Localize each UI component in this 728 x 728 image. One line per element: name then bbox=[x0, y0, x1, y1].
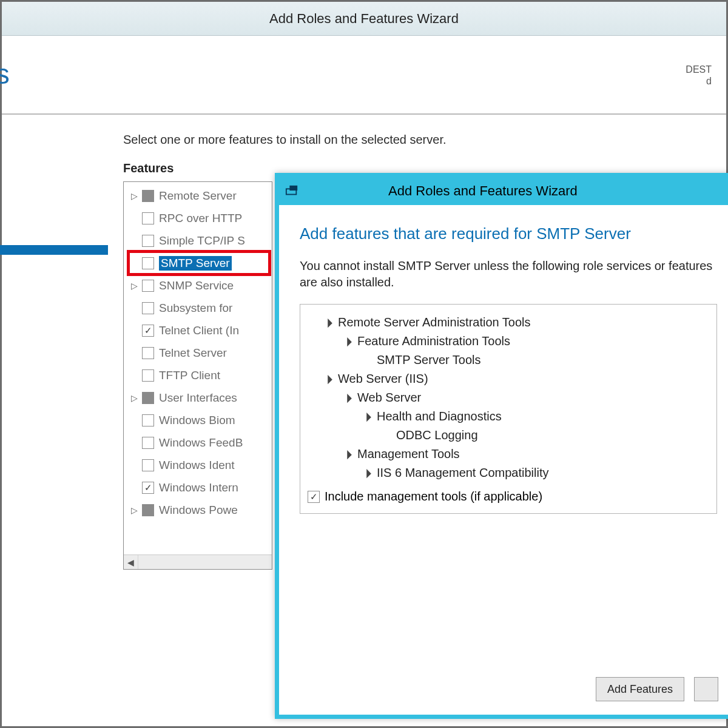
window-titlebar: Add Roles and Features Wizard bbox=[2, 2, 726, 36]
tree-expander-icon[interactable]: ▷ bbox=[129, 191, 140, 201]
feature-checkbox[interactable] bbox=[142, 347, 154, 359]
feature-checkbox[interactable] bbox=[142, 302, 154, 314]
tree-expander-icon[interactable]: ▷ bbox=[129, 505, 140, 515]
features-tree: ▷Remote ServerRPC over HTTPSimple TCP/IP… bbox=[123, 181, 272, 570]
feature-label: Windows Ident bbox=[159, 459, 235, 472]
nav-features-current[interactable] bbox=[0, 245, 108, 255]
header-separator bbox=[2, 113, 726, 115]
feature-row-smtp-server[interactable]: SMTP Server bbox=[129, 252, 269, 274]
feature-label: SMTP Server bbox=[159, 256, 232, 271]
feature-label: Telnet Server bbox=[159, 346, 227, 360]
feature-row-user-interfaces[interactable]: ▷User Interfaces bbox=[129, 386, 269, 409]
required-feature-row: ◢IIS 6 Management Compatibility bbox=[308, 463, 709, 482]
horizontal-scrollbar[interactable]: ◀ bbox=[124, 554, 272, 569]
required-feature-row: ◢Health and Diagnostics bbox=[308, 407, 709, 426]
feature-checkbox[interactable] bbox=[142, 504, 154, 516]
required-feature-row: ◢Feature Administration Tools bbox=[308, 332, 709, 351]
scroll-left-button[interactable]: ◀ bbox=[124, 555, 138, 569]
feature-checkbox[interactable] bbox=[142, 437, 154, 449]
tree-expanded-icon: ◢ bbox=[358, 409, 373, 424]
tree-expanded-icon: ◢ bbox=[339, 447, 354, 462]
required-feature-label: SMTP Server Tools bbox=[377, 353, 481, 367]
feature-checkbox[interactable] bbox=[142, 414, 154, 426]
required-feature-row: SMTP Server Tools bbox=[308, 351, 709, 369]
required-feature-label: Management Tools bbox=[357, 447, 460, 461]
destination-line-2: d bbox=[706, 76, 712, 86]
feature-row-telnet-server[interactable]: Telnet Server bbox=[129, 342, 269, 364]
add-features-button[interactable]: Add Features bbox=[596, 677, 684, 701]
feature-label: Remote Server bbox=[159, 189, 237, 203]
feature-row-windows-feedb[interactable]: Windows FeedB bbox=[129, 431, 269, 454]
feature-checkbox[interactable] bbox=[142, 235, 154, 247]
tree-expanded-icon: ◢ bbox=[319, 315, 334, 330]
nav-server-roles[interactable] bbox=[0, 216, 108, 226]
feature-row-windows-ident[interactable]: Windows Ident bbox=[129, 454, 269, 476]
tree-expanded-icon: ◢ bbox=[319, 371, 334, 386]
dialog-titlebar: Add Roles and Features Wizard bbox=[279, 177, 728, 205]
feature-checkbox[interactable] bbox=[142, 482, 154, 494]
dialog-description: You cannot install SMTP Server unless th… bbox=[300, 258, 717, 291]
required-features-dialog: Add Roles and Features Wizard Add featur… bbox=[275, 173, 728, 719]
page-heading: atures bbox=[0, 58, 10, 90]
feature-row-tftp-client[interactable]: TFTP Client bbox=[129, 364, 269, 386]
cancel-button[interactable] bbox=[694, 677, 718, 701]
window-content: atures DEST d egin ype tion Select one o… bbox=[2, 36, 726, 726]
required-feature-row: ODBC Logging bbox=[308, 426, 709, 445]
nav-confirmation[interactable] bbox=[0, 258, 108, 268]
feature-label: Windows Powe bbox=[159, 504, 238, 517]
feature-row-simple-tcp-ip-s[interactable]: Simple TCP/IP S bbox=[129, 229, 269, 252]
tree-expanded-icon: ◢ bbox=[339, 390, 354, 405]
feature-row-remote-server[interactable]: ▷Remote Server bbox=[129, 184, 269, 207]
server-manager-icon bbox=[285, 184, 298, 198]
svg-rect-1 bbox=[289, 186, 297, 190]
feature-checkbox[interactable] bbox=[142, 280, 154, 292]
feature-row-snmp-service[interactable]: ▷SNMP Service bbox=[129, 274, 269, 297]
include-management-tools-row: Include management tools (if applicable) bbox=[308, 490, 709, 504]
feature-checkbox[interactable] bbox=[142, 257, 154, 269]
tree-expander-icon[interactable]: ▷ bbox=[129, 281, 140, 291]
dialog-title: Add Roles and Features Wizard bbox=[388, 183, 578, 199]
required-feature-label: Remote Server Administration Tools bbox=[338, 315, 531, 329]
nav-installation-type[interactable]: ype bbox=[0, 169, 108, 192]
required-feature-label: ODBC Logging bbox=[396, 428, 478, 442]
window-title: Add Roles and Features Wizard bbox=[269, 11, 459, 27]
feature-row-rpc-over-http[interactable]: RPC over HTTP bbox=[129, 207, 269, 229]
required-feature-label: Feature Administration Tools bbox=[357, 334, 510, 348]
required-features-box: ◢Remote Server Administration Tools◢Feat… bbox=[300, 304, 717, 514]
required-feature-label: IIS 6 Management Compatibility bbox=[377, 466, 548, 480]
feature-checkbox[interactable] bbox=[142, 190, 154, 202]
instruction-text: Select one or more features to install o… bbox=[123, 133, 726, 147]
feature-checkbox[interactable] bbox=[142, 392, 154, 404]
feature-label: Telnet Client (In bbox=[159, 324, 239, 337]
tree-expander-icon[interactable]: ▷ bbox=[129, 393, 140, 403]
feature-checkbox[interactable] bbox=[142, 325, 154, 337]
feature-checkbox[interactable] bbox=[142, 459, 154, 471]
required-feature-label: Web Server (IIS) bbox=[338, 372, 428, 386]
nav-before-you-begin[interactable]: egin bbox=[0, 145, 108, 169]
dialog-actions: Add Features bbox=[596, 677, 718, 701]
feature-label: Windows FeedB bbox=[159, 436, 243, 450]
required-feature-label: Web Server bbox=[357, 391, 421, 405]
include-management-tools-checkbox[interactable] bbox=[308, 491, 320, 503]
feature-row-windows-powe[interactable]: ▷Windows Powe bbox=[129, 499, 269, 521]
feature-checkbox[interactable] bbox=[142, 369, 154, 382]
nav-server-selection[interactable]: tion bbox=[0, 192, 108, 216]
feature-row-windows-intern[interactable]: Windows Intern bbox=[129, 476, 269, 499]
feature-label: Windows Intern bbox=[159, 481, 238, 494]
feature-label: SNMP Service bbox=[159, 279, 234, 292]
feature-row-telnet-client-in[interactable]: Telnet Client (In bbox=[129, 319, 269, 342]
wizard-window: Add Roles and Features Wizard atures DES… bbox=[0, 0, 728, 728]
required-feature-label: Health and Diagnostics bbox=[377, 410, 502, 423]
required-feature-row: ◢Remote Server Administration Tools bbox=[308, 313, 709, 332]
dialog-body: Add features that are required for SMTP … bbox=[279, 205, 728, 514]
tree-expanded-icon: ◢ bbox=[358, 465, 373, 480]
feature-row-subsystem-for[interactable]: Subsystem for bbox=[129, 297, 269, 319]
destination-label: DEST d bbox=[686, 64, 712, 87]
feature-label: RPC over HTTP bbox=[159, 212, 242, 225]
feature-row-windows-biom[interactable]: Windows Biom bbox=[129, 409, 269, 431]
required-feature-row: ◢Management Tools bbox=[308, 445, 709, 463]
dialog-heading: Add features that are required for SMTP … bbox=[300, 224, 717, 243]
feature-label: Simple TCP/IP S bbox=[159, 234, 245, 248]
feature-checkbox[interactable] bbox=[142, 212, 154, 224]
tree-expanded-icon: ◢ bbox=[339, 334, 354, 349]
